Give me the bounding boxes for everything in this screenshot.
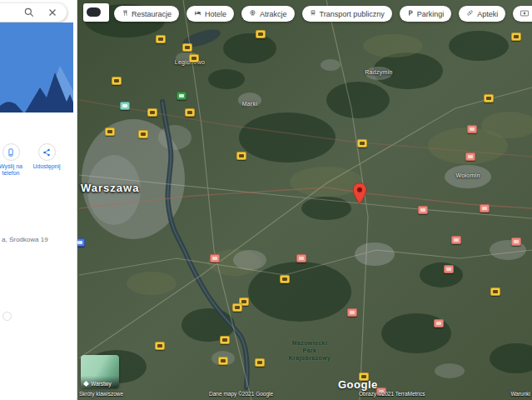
map-marker-yellow[interactable] <box>236 152 246 160</box>
google-logo: Google <box>338 378 378 391</box>
map-marker-yellow[interactable] <box>138 130 148 138</box>
town-label: Radzymin <box>365 69 393 75</box>
chip-transit[interactable]: Transport publiczny <box>302 6 392 22</box>
map-marker-red[interactable] <box>480 204 490 212</box>
layers-label: Warstwy <box>91 381 112 387</box>
atm-icon <box>520 10 529 18</box>
selected-place-pin-icon[interactable] <box>352 182 367 205</box>
map-marker-red[interactable] <box>347 308 357 317</box>
map-marker-yellow[interactable] <box>357 139 367 148</box>
share-label: Udostępnij <box>30 163 63 170</box>
chip-label: Hotele <box>205 10 226 18</box>
chip-label: Atrakcje <box>260 10 287 18</box>
chip-attractions[interactable]: Atrakcje <box>241 6 295 22</box>
town-label: Wołomin <box>455 172 480 178</box>
parking-icon <box>407 9 414 18</box>
map-marker-red[interactable] <box>210 254 220 262</box>
chip-pharmacy[interactable]: Apteki <box>459 6 505 22</box>
close-search-icon[interactable] <box>47 7 58 18</box>
share-button[interactable]: Udostępnij <box>30 143 63 170</box>
chip-atm[interactable]: Bankomaty <box>513 6 532 22</box>
layers-icon <box>83 381 89 387</box>
place-address: a, Środkowa 19 <box>2 236 48 243</box>
map-marker-yellow[interactable] <box>155 342 165 350</box>
map-marker-red[interactable] <box>418 206 428 214</box>
map-marker-red[interactable] <box>434 319 444 328</box>
map-marker-yellow[interactable] <box>280 275 290 283</box>
map-marker-yellow[interactable] <box>182 43 192 52</box>
map-marker-yellow[interactable] <box>112 77 122 85</box>
send-to-phone-label: Wyślij na telefon <box>0 163 27 177</box>
map-marker-yellow[interactable] <box>490 288 500 296</box>
chip-restaurant[interactable]: Restauracje <box>114 6 179 22</box>
map-marker-red[interactable] <box>451 236 461 244</box>
map-inset-toggle-button[interactable] <box>83 3 109 22</box>
map-marker-yellow[interactable] <box>105 128 115 136</box>
attribution-item[interactable]: Dane mapy ©2021 Google <box>209 391 273 397</box>
map-marker-yellow[interactable] <box>220 336 230 344</box>
chip-parking[interactable]: Parkingi <box>400 6 452 22</box>
map-marker-yellow[interactable] <box>189 54 199 62</box>
place-panel-sidebar: Wyślij na telefon Udostępnij a, Środkowa… <box>0 0 77 400</box>
hotel-icon <box>194 9 201 18</box>
attribution-item[interactable]: Obrazy ©2021 TerraMetrics <box>359 391 425 397</box>
chip-label: Parkingi <box>417 10 445 18</box>
map-marker-red[interactable] <box>444 265 454 273</box>
map-marker-yellow[interactable] <box>185 108 195 117</box>
map-marker-yellow[interactable] <box>232 303 242 312</box>
chip-hotel[interactable]: Hotele <box>186 6 234 22</box>
send-to-phone-button[interactable]: Wyślij na telefon <box>0 143 27 177</box>
map-marker-yellow[interactable] <box>156 35 166 43</box>
category-chips-toolbar: RestauracjeHoteleAtrakcjeTransport publi… <box>114 6 532 22</box>
restaurant-icon <box>122 9 128 18</box>
chip-label: Transport publiczny <box>320 10 385 18</box>
town-label: Marki <box>242 101 258 107</box>
city-label-warszawa: Warszawa <box>81 182 139 194</box>
map-marker-red[interactable] <box>296 254 306 262</box>
map-attribution-bar: Skróty klawiszoweDane mapy ©2021 GoogleO… <box>79 391 530 397</box>
map-marker-yellow[interactable] <box>218 357 228 365</box>
pharmacy-icon <box>466 9 474 18</box>
map-marker-yellow[interactable] <box>147 108 157 117</box>
partial-detail-icon <box>2 312 12 321</box>
map-marker-teal[interactable] <box>120 102 130 110</box>
park-area-label: MazowieckiParkKrajobrazowy <box>289 339 331 362</box>
map-marker-green[interactable] <box>177 92 186 100</box>
attribution-item[interactable]: Warunki <box>510 391 530 397</box>
chip-label: Apteki <box>477 10 498 18</box>
search-icon[interactable] <box>23 7 35 18</box>
chip-label: Restauracje <box>132 10 172 18</box>
search-bar[interactable] <box>0 3 67 22</box>
layers-minimap-button[interactable]: Warstwy <box>81 355 119 388</box>
map-marker-yellow[interactable] <box>255 358 265 367</box>
share-icon <box>42 148 51 157</box>
map-inset-toggle-glyph <box>87 8 101 17</box>
map-marker-red[interactable] <box>511 238 521 246</box>
send-to-phone-icon <box>7 148 15 157</box>
map-marker-yellow[interactable] <box>511 32 521 41</box>
map-marker-yellow[interactable] <box>256 30 266 38</box>
transit-icon <box>310 9 316 18</box>
google-maps-window: RestauracjeHoteleAtrakcjeTransport publi… <box>0 0 532 400</box>
map-marker-yellow[interactable] <box>484 94 494 102</box>
map-marker-red[interactable] <box>467 125 477 133</box>
map-marker-red[interactable] <box>465 152 475 161</box>
place-photo-placeholder[interactable] <box>0 22 73 112</box>
attractions-icon <box>249 9 256 18</box>
attribution-item[interactable]: Skróty klawiszowe <box>79 391 123 397</box>
